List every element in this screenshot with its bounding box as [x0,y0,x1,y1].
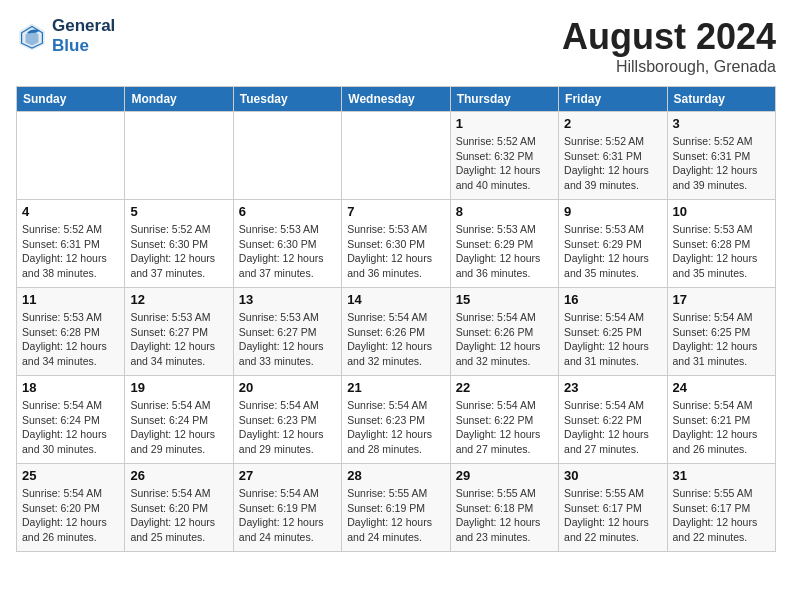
calendar-week-row: 11Sunrise: 5:53 AM Sunset: 6:28 PM Dayli… [17,288,776,376]
calendar-day-cell: 12Sunrise: 5:53 AM Sunset: 6:27 PM Dayli… [125,288,233,376]
logo-text: General Blue [52,16,115,56]
calendar-day-cell: 8Sunrise: 5:53 AM Sunset: 6:29 PM Daylig… [450,200,558,288]
calendar-day-cell: 20Sunrise: 5:54 AM Sunset: 6:23 PM Dayli… [233,376,341,464]
day-number: 5 [130,204,227,219]
day-number: 27 [239,468,336,483]
calendar-day-cell: 14Sunrise: 5:54 AM Sunset: 6:26 PM Dayli… [342,288,450,376]
day-number: 4 [22,204,119,219]
day-number: 1 [456,116,553,131]
day-info: Sunrise: 5:54 AM Sunset: 6:24 PM Dayligh… [130,398,227,457]
day-info: Sunrise: 5:55 AM Sunset: 6:18 PM Dayligh… [456,486,553,545]
day-info: Sunrise: 5:53 AM Sunset: 6:30 PM Dayligh… [239,222,336,281]
day-info: Sunrise: 5:54 AM Sunset: 6:19 PM Dayligh… [239,486,336,545]
day-number: 26 [130,468,227,483]
day-number: 2 [564,116,661,131]
day-number: 6 [239,204,336,219]
calendar-week-row: 18Sunrise: 5:54 AM Sunset: 6:24 PM Dayli… [17,376,776,464]
calendar-day-cell: 19Sunrise: 5:54 AM Sunset: 6:24 PM Dayli… [125,376,233,464]
day-info: Sunrise: 5:53 AM Sunset: 6:28 PM Dayligh… [673,222,770,281]
day-info: Sunrise: 5:52 AM Sunset: 6:30 PM Dayligh… [130,222,227,281]
day-info: Sunrise: 5:54 AM Sunset: 6:22 PM Dayligh… [564,398,661,457]
calendar-day-cell: 16Sunrise: 5:54 AM Sunset: 6:25 PM Dayli… [559,288,667,376]
day-number: 24 [673,380,770,395]
calendar-day-cell: 13Sunrise: 5:53 AM Sunset: 6:27 PM Dayli… [233,288,341,376]
day-number: 29 [456,468,553,483]
day-number: 25 [22,468,119,483]
calendar-body: 1Sunrise: 5:52 AM Sunset: 6:32 PM Daylig… [17,112,776,552]
day-number: 21 [347,380,444,395]
day-number: 22 [456,380,553,395]
day-number: 14 [347,292,444,307]
day-info: Sunrise: 5:53 AM Sunset: 6:27 PM Dayligh… [130,310,227,369]
calendar-day-cell: 10Sunrise: 5:53 AM Sunset: 6:28 PM Dayli… [667,200,775,288]
calendar-day-cell: 23Sunrise: 5:54 AM Sunset: 6:22 PM Dayli… [559,376,667,464]
month-year-title: August 2024 [562,16,776,58]
calendar-day-cell: 18Sunrise: 5:54 AM Sunset: 6:24 PM Dayli… [17,376,125,464]
calendar-day-cell: 28Sunrise: 5:55 AM Sunset: 6:19 PM Dayli… [342,464,450,552]
day-info: Sunrise: 5:54 AM Sunset: 6:25 PM Dayligh… [673,310,770,369]
day-number: 12 [130,292,227,307]
calendar-day-cell: 2Sunrise: 5:52 AM Sunset: 6:31 PM Daylig… [559,112,667,200]
day-info: Sunrise: 5:55 AM Sunset: 6:17 PM Dayligh… [673,486,770,545]
day-info: Sunrise: 5:52 AM Sunset: 6:31 PM Dayligh… [22,222,119,281]
title-block: August 2024 Hillsborough, Grenada [562,16,776,76]
day-info: Sunrise: 5:54 AM Sunset: 6:23 PM Dayligh… [347,398,444,457]
calendar-day-cell: 31Sunrise: 5:55 AM Sunset: 6:17 PM Dayli… [667,464,775,552]
day-info: Sunrise: 5:54 AM Sunset: 6:20 PM Dayligh… [22,486,119,545]
calendar-day-cell: 24Sunrise: 5:54 AM Sunset: 6:21 PM Dayli… [667,376,775,464]
day-number: 20 [239,380,336,395]
day-info: Sunrise: 5:52 AM Sunset: 6:32 PM Dayligh… [456,134,553,193]
day-number: 30 [564,468,661,483]
day-info: Sunrise: 5:54 AM Sunset: 6:25 PM Dayligh… [564,310,661,369]
day-number: 11 [22,292,119,307]
calendar-week-row: 1Sunrise: 5:52 AM Sunset: 6:32 PM Daylig… [17,112,776,200]
day-number: 17 [673,292,770,307]
day-info: Sunrise: 5:54 AM Sunset: 6:24 PM Dayligh… [22,398,119,457]
calendar-day-cell: 21Sunrise: 5:54 AM Sunset: 6:23 PM Dayli… [342,376,450,464]
calendar-day-cell: 7Sunrise: 5:53 AM Sunset: 6:30 PM Daylig… [342,200,450,288]
calendar-day-cell: 15Sunrise: 5:54 AM Sunset: 6:26 PM Dayli… [450,288,558,376]
day-number: 31 [673,468,770,483]
location-subtitle: Hillsborough, Grenada [562,58,776,76]
day-number: 13 [239,292,336,307]
day-info: Sunrise: 5:53 AM Sunset: 6:30 PM Dayligh… [347,222,444,281]
weekday-header-cell: Sunday [17,87,125,112]
calendar-day-cell: 1Sunrise: 5:52 AM Sunset: 6:32 PM Daylig… [450,112,558,200]
day-number: 7 [347,204,444,219]
day-info: Sunrise: 5:54 AM Sunset: 6:26 PM Dayligh… [456,310,553,369]
day-info: Sunrise: 5:53 AM Sunset: 6:28 PM Dayligh… [22,310,119,369]
day-number: 18 [22,380,119,395]
day-number: 16 [564,292,661,307]
day-number: 9 [564,204,661,219]
calendar-day-cell [125,112,233,200]
calendar-day-cell: 30Sunrise: 5:55 AM Sunset: 6:17 PM Dayli… [559,464,667,552]
calendar-day-cell [233,112,341,200]
day-number: 28 [347,468,444,483]
calendar-day-cell: 27Sunrise: 5:54 AM Sunset: 6:19 PM Dayli… [233,464,341,552]
day-number: 8 [456,204,553,219]
day-number: 3 [673,116,770,131]
day-info: Sunrise: 5:54 AM Sunset: 6:20 PM Dayligh… [130,486,227,545]
calendar-week-row: 4Sunrise: 5:52 AM Sunset: 6:31 PM Daylig… [17,200,776,288]
calendar-day-cell: 6Sunrise: 5:53 AM Sunset: 6:30 PM Daylig… [233,200,341,288]
calendar-day-cell: 4Sunrise: 5:52 AM Sunset: 6:31 PM Daylig… [17,200,125,288]
weekday-header-cell: Wednesday [342,87,450,112]
page-header: General Blue August 2024 Hillsborough, G… [16,16,776,76]
calendar-day-cell: 9Sunrise: 5:53 AM Sunset: 6:29 PM Daylig… [559,200,667,288]
calendar-day-cell: 26Sunrise: 5:54 AM Sunset: 6:20 PM Dayli… [125,464,233,552]
calendar-day-cell: 29Sunrise: 5:55 AM Sunset: 6:18 PM Dayli… [450,464,558,552]
day-info: Sunrise: 5:55 AM Sunset: 6:19 PM Dayligh… [347,486,444,545]
day-info: Sunrise: 5:55 AM Sunset: 6:17 PM Dayligh… [564,486,661,545]
weekday-header-cell: Tuesday [233,87,341,112]
day-info: Sunrise: 5:53 AM Sunset: 6:29 PM Dayligh… [456,222,553,281]
logo: General Blue [16,16,115,56]
calendar-table: SundayMondayTuesdayWednesdayThursdayFrid… [16,86,776,552]
weekday-header-cell: Friday [559,87,667,112]
logo-icon [16,20,48,52]
day-info: Sunrise: 5:52 AM Sunset: 6:31 PM Dayligh… [673,134,770,193]
calendar-day-cell [342,112,450,200]
calendar-day-cell: 25Sunrise: 5:54 AM Sunset: 6:20 PM Dayli… [17,464,125,552]
day-number: 15 [456,292,553,307]
day-info: Sunrise: 5:52 AM Sunset: 6:31 PM Dayligh… [564,134,661,193]
day-info: Sunrise: 5:54 AM Sunset: 6:22 PM Dayligh… [456,398,553,457]
